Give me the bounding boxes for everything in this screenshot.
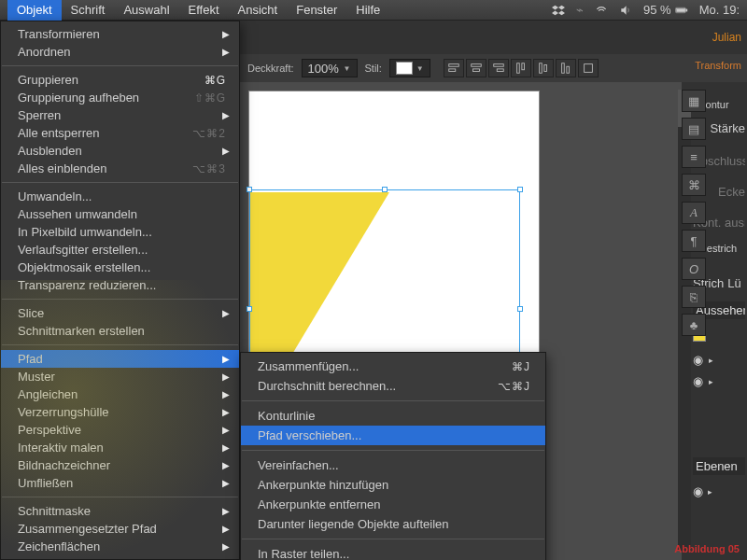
objekt-menu-item-31[interactable]: Zeichenflächen▶ <box>1 538 239 555</box>
pfad-submenu-item-7[interactable]: Ankerpunkte hinzufügen <box>241 475 545 495</box>
status-area: ⌁ 95 % Mo. 19: <box>552 3 740 17</box>
svg-rect-10 <box>522 63 525 70</box>
objekt-menu-item-7[interactable]: Ausblenden▶ <box>1 142 239 160</box>
handle-tl[interactable] <box>247 187 252 192</box>
style-swatch[interactable]: ▼ <box>389 59 430 77</box>
handle-ml[interactable] <box>247 306 252 312</box>
menu-auswahl[interactable]: Auswahl <box>114 0 178 21</box>
align-btn-2[interactable] <box>466 59 486 77</box>
objekt-menu-item-22[interactable]: Angleichen▶ <box>1 385 239 403</box>
dropbox-icon[interactable] <box>552 4 565 17</box>
chevron-right-icon: ▶ <box>222 29 230 39</box>
menu-fenster[interactable]: Fenster <box>287 0 346 21</box>
chevron-right-icon: ▶ <box>222 425 230 435</box>
objekt-menu-item-18[interactable]: Schnittmarken erstellen <box>1 322 239 340</box>
volume-icon[interactable] <box>619 4 632 17</box>
svg-rect-5 <box>472 64 482 67</box>
panel-ebenen[interactable]: Ebenen <box>693 457 745 475</box>
pfad-submenu-item-1[interactable]: Durchschnitt berechnen...⌥⌘J <box>241 376 545 396</box>
svg-rect-3 <box>449 64 459 67</box>
align-btn-4[interactable] <box>511 59 531 77</box>
objekt-menu-item-11: Aussehen umwandeln <box>1 205 239 223</box>
svg-rect-7 <box>494 64 504 67</box>
label-lu: Lü <box>727 276 740 290</box>
shortcut-label: ⌘J <box>512 360 530 373</box>
panel-icon-brushes[interactable]: ≡ <box>682 146 706 168</box>
objekt-menu-item-12[interactable]: In Pixelbild umwandeln... <box>1 223 239 241</box>
objekt-menu-item-20[interactable]: Pfad▶ <box>1 350 239 368</box>
align-btn-6[interactable] <box>556 59 576 77</box>
shortcut-label: ⌥⌘J <box>498 380 530 393</box>
transform-btn[interactable] <box>578 59 599 77</box>
layer-visibility-icon[interactable]: ◉ <box>693 484 703 498</box>
chevron-right-icon: ▶ <box>222 110 230 120</box>
align-group <box>444 59 599 77</box>
wifi-icon[interactable] <box>595 4 608 17</box>
align-btn-3[interactable] <box>488 59 509 77</box>
visibility-icon-2[interactable]: ◉ <box>693 374 703 388</box>
panel-icon-grid[interactable]: ▦ <box>682 90 706 112</box>
objekt-menu-item-29[interactable]: Schnittmaske▶ <box>1 502 239 520</box>
visibility-icon[interactable]: ◉ <box>693 353 703 367</box>
objekt-menu-item-26[interactable]: Bildnachzeichner▶ <box>1 456 239 474</box>
objekt-menu-item-1[interactable]: Anordnen▶ <box>1 43 239 61</box>
panel-dock: ▦ ▤ ≡ ⌘ A ¶ O ⎘ ♣ <box>682 90 706 336</box>
menu-bar: Objekt Schrift Auswahl Effekt Ansicht Fe… <box>0 0 747 21</box>
menu-objekt[interactable]: Objekt <box>7 0 62 21</box>
menu-ansicht[interactable]: Ansicht <box>229 0 288 21</box>
svg-rect-9 <box>516 63 519 74</box>
align-btn-1[interactable] <box>444 59 464 77</box>
svg-rect-12 <box>544 65 547 72</box>
menu-effekt[interactable]: Effekt <box>179 0 229 21</box>
menu-hilfe[interactable]: Hilfe <box>346 0 389 21</box>
svg-rect-6 <box>472 69 479 72</box>
pfad-submenu-item-3[interactable]: Konturlinie <box>241 406 545 426</box>
align-btn-5[interactable] <box>533 59 554 77</box>
transform-tab[interactable]: Transform <box>689 56 747 75</box>
objekt-menu-item-23[interactable]: Verzerrungshülle▶ <box>1 403 239 421</box>
handle-tr[interactable] <box>517 187 523 192</box>
handle-mr[interactable] <box>517 306 523 312</box>
objekt-menu-item-17[interactable]: Slice▶ <box>1 304 239 322</box>
objekt-menu-item-24[interactable]: Perspektive▶ <box>1 421 239 439</box>
objekt-menu-item-10[interactable]: Umwandeln... <box>1 188 239 205</box>
chevron-right-icon: ▶ <box>222 407 230 417</box>
options-bar: Deckkraft: 100%▼ Stil: ▼ <box>240 54 747 82</box>
chevron-right-icon: ▶ <box>222 506 230 516</box>
pfad-submenu-item-9[interactable]: Darunter liegende Objekte aufteilen <box>241 514 545 534</box>
battery-status[interactable]: 95 % <box>643 3 688 17</box>
objekt-menu-item-21[interactable]: Muster▶ <box>1 368 239 385</box>
clock[interactable]: Mo. 19: <box>699 3 740 17</box>
objekt-menu-item-13[interactable]: Verlaufsgitter erstellen... <box>1 241 239 259</box>
panel-icon-type[interactable]: A <box>682 202 706 224</box>
objekt-menu-item-30[interactable]: Zusammengesetzter Pfad▶ <box>1 520 239 538</box>
pfad-submenu-item-6[interactable]: Vereinfachen... <box>241 455 545 475</box>
shortcut-label: ⌥⌘3 <box>192 162 226 175</box>
chevron-right-icon: ▶ <box>222 308 230 318</box>
handle-tc[interactable] <box>382 187 388 192</box>
pfad-submenu-item-0[interactable]: Zusammenfügen...⌘J <box>241 357 545 376</box>
objekt-menu-item-3[interactable]: Gruppieren⌘G <box>1 71 239 89</box>
objekt-menu-item-25[interactable]: Interaktiv malen▶ <box>1 439 239 456</box>
objekt-menu-item-15[interactable]: Transparenz reduzieren... <box>1 276 239 294</box>
opacity-field[interactable]: 100%▼ <box>302 59 358 77</box>
shortcut-label: ⌘G <box>204 74 226 87</box>
panel-icon-actions[interactable]: ♣ <box>682 314 706 336</box>
objekt-menu-item-0[interactable]: Transformieren▶ <box>1 25 239 43</box>
panel-icon-symbols[interactable]: ⌘ <box>682 174 706 196</box>
svg-rect-15 <box>584 64 592 73</box>
pfad-submenu-item-8[interactable]: Ankerpunkte entfernen <box>241 495 545 514</box>
panel-icon-swatches[interactable]: ▤ <box>682 118 706 140</box>
objekt-menu-item-27[interactable]: Umfließen▶ <box>1 474 239 492</box>
pfad-submenu-item-11[interactable]: In Raster teilen... <box>241 544 545 560</box>
panel-icon-opentype[interactable]: O <box>682 258 706 280</box>
menu-schrift[interactable]: Schrift <box>62 0 115 21</box>
objekt-menu-item-8: Alles einblenden⌥⌘3 <box>1 160 239 177</box>
objekt-menu-item-5[interactable]: Sperren▶ <box>1 106 239 124</box>
panel-icon-links[interactable]: ⎘ <box>682 286 706 308</box>
bluetooth-icon[interactable]: ⌁ <box>576 3 584 17</box>
figure-caption: Abbildung 05 <box>674 543 740 554</box>
pfad-submenu-item-4[interactable]: Pfad verschieben... <box>241 426 545 445</box>
panel-icon-paragraph[interactable]: ¶ <box>682 230 706 252</box>
chevron-right-icon: ▶ <box>222 478 230 488</box>
